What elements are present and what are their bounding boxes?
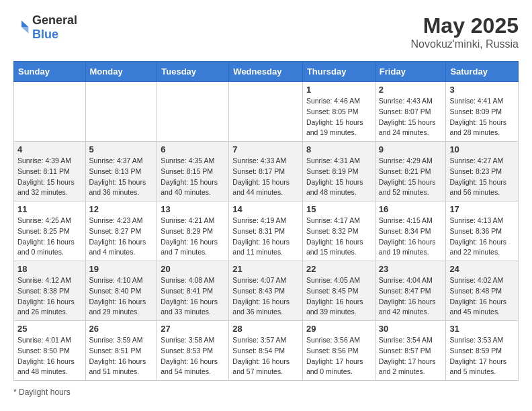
day-header-saturday: Saturday	[446, 62, 519, 82]
logo-icon	[13, 19, 30, 36]
day-number: 19	[89, 264, 154, 274]
day-info: Sunrise: 4:39 AMSunset: 8:11 PMDaylight:…	[17, 156, 82, 198]
day-number: 22	[306, 264, 371, 274]
day-number: 28	[232, 324, 299, 334]
day-info: Sunrise: 4:31 AMSunset: 8:19 PMDaylight:…	[306, 156, 371, 198]
calendar-cell: 19Sunrise: 4:10 AMSunset: 8:40 PMDayligh…	[85, 261, 157, 321]
title-area: May 2025 Novokuz'minki, Russia	[411, 13, 519, 50]
day-number: 20	[161, 264, 225, 274]
day-number: 13	[161, 204, 225, 214]
day-number: 12	[89, 204, 154, 214]
day-info: Sunrise: 3:56 AMSunset: 8:56 PMDaylight:…	[306, 335, 371, 377]
calendar-cell: 14Sunrise: 4:19 AMSunset: 8:31 PMDayligh…	[229, 201, 303, 261]
day-number: 17	[449, 204, 515, 214]
day-info: Sunrise: 3:57 AMSunset: 8:54 PMDaylight:…	[232, 335, 299, 377]
calendar-cell: 24Sunrise: 4:02 AMSunset: 8:48 PMDayligh…	[446, 261, 519, 321]
calendar-cell: 5Sunrise: 4:37 AMSunset: 8:13 PMDaylight…	[85, 142, 157, 201]
header: General Blue May 2025 Novokuz'minki, Rus…	[13, 13, 519, 50]
day-info: Sunrise: 4:17 AMSunset: 8:32 PMDaylight:…	[306, 216, 371, 258]
day-number: 14	[232, 204, 299, 214]
calendar-cell: 4Sunrise: 4:39 AMSunset: 8:11 PMDaylight…	[14, 142, 86, 201]
footer-note: * Daylight hours	[13, 387, 519, 397]
day-number: 23	[379, 264, 443, 274]
calendar-cell: 3Sunrise: 4:41 AMSunset: 8:09 PMDaylight…	[446, 82, 519, 142]
subtitle: Novokuz'minki, Russia	[411, 38, 519, 50]
calendar-cell	[229, 82, 303, 142]
day-info: Sunrise: 4:33 AMSunset: 8:17 PMDaylight:…	[232, 156, 299, 198]
day-number: 18	[17, 264, 82, 274]
day-header-thursday: Thursday	[302, 62, 375, 82]
day-info: Sunrise: 4:04 AMSunset: 8:47 PMDaylight:…	[379, 275, 443, 318]
calendar-cell: 15Sunrise: 4:17 AMSunset: 8:32 PMDayligh…	[302, 201, 375, 261]
day-info: Sunrise: 3:58 AMSunset: 8:53 PMDaylight:…	[161, 335, 225, 377]
calendar-cell: 21Sunrise: 4:07 AMSunset: 8:43 PMDayligh…	[229, 261, 303, 321]
calendar-cell: 10Sunrise: 4:27 AMSunset: 8:23 PMDayligh…	[446, 142, 519, 201]
day-info: Sunrise: 3:59 AMSunset: 8:51 PMDaylight:…	[89, 335, 154, 377]
logo-general: General	[32, 13, 77, 27]
calendar-cell: 18Sunrise: 4:12 AMSunset: 8:38 PMDayligh…	[14, 261, 86, 321]
day-number: 26	[89, 324, 154, 334]
day-header-tuesday: Tuesday	[157, 62, 229, 82]
day-info: Sunrise: 4:15 AMSunset: 8:34 PMDaylight:…	[379, 216, 443, 258]
day-info: Sunrise: 4:25 AMSunset: 8:25 PMDaylight:…	[17, 216, 82, 258]
svg-marker-0	[21, 21, 28, 28]
day-number: 24	[449, 264, 515, 274]
day-number: 15	[306, 204, 371, 214]
calendar-cell: 23Sunrise: 4:04 AMSunset: 8:47 PMDayligh…	[375, 261, 446, 321]
day-info: Sunrise: 4:01 AMSunset: 8:50 PMDaylight:…	[17, 335, 82, 377]
svg-marker-1	[21, 27, 28, 34]
day-info: Sunrise: 4:02 AMSunset: 8:48 PMDaylight:…	[449, 275, 515, 318]
day-info: Sunrise: 4:10 AMSunset: 8:40 PMDaylight:…	[89, 275, 154, 318]
calendar-cell: 6Sunrise: 4:35 AMSunset: 8:15 PMDaylight…	[157, 142, 229, 201]
calendar-cell: 1Sunrise: 4:46 AMSunset: 8:05 PMDaylight…	[302, 82, 375, 142]
day-info: Sunrise: 4:43 AMSunset: 8:07 PMDaylight:…	[379, 96, 443, 138]
logo: General Blue	[13, 13, 77, 42]
calendar-cell: 31Sunrise: 3:53 AMSunset: 8:59 PMDayligh…	[446, 321, 519, 381]
calendar-cell: 27Sunrise: 3:58 AMSunset: 8:53 PMDayligh…	[157, 321, 229, 381]
day-number: 3	[449, 85, 515, 95]
calendar-cell	[157, 82, 229, 142]
week-row-3: 18Sunrise: 4:12 AMSunset: 8:38 PMDayligh…	[14, 261, 519, 321]
day-info: Sunrise: 4:29 AMSunset: 8:21 PMDaylight:…	[379, 156, 443, 198]
week-row-2: 11Sunrise: 4:25 AMSunset: 8:25 PMDayligh…	[14, 201, 519, 261]
calendar-cell: 25Sunrise: 4:01 AMSunset: 8:50 PMDayligh…	[14, 321, 86, 381]
calendar-cell: 20Sunrise: 4:08 AMSunset: 8:41 PMDayligh…	[157, 261, 229, 321]
day-number: 1	[306, 85, 371, 95]
day-info: Sunrise: 4:23 AMSunset: 8:27 PMDaylight:…	[89, 216, 154, 258]
calendar-cell: 12Sunrise: 4:23 AMSunset: 8:27 PMDayligh…	[85, 201, 157, 261]
day-number: 8	[306, 144, 371, 154]
day-info: Sunrise: 4:21 AMSunset: 8:29 PMDaylight:…	[161, 216, 225, 258]
week-row-1: 4Sunrise: 4:39 AMSunset: 8:11 PMDaylight…	[14, 142, 519, 201]
calendar-cell	[14, 82, 86, 142]
calendar-table: SundayMondayTuesdayWednesdayThursdayFrid…	[13, 61, 519, 381]
day-number: 5	[89, 144, 154, 154]
day-number: 21	[232, 264, 299, 274]
day-header-wednesday: Wednesday	[229, 62, 303, 82]
footer-note-text: Daylight hours	[19, 387, 71, 397]
day-number: 4	[17, 144, 82, 154]
calendar-cell: 26Sunrise: 3:59 AMSunset: 8:51 PMDayligh…	[85, 321, 157, 381]
day-number: 27	[161, 324, 225, 334]
day-info: Sunrise: 4:35 AMSunset: 8:15 PMDaylight:…	[161, 156, 225, 198]
calendar-cell: 8Sunrise: 4:31 AMSunset: 8:19 PMDaylight…	[302, 142, 375, 201]
day-number: 10	[449, 144, 515, 154]
day-header-sunday: Sunday	[14, 62, 86, 82]
calendar-cell: 17Sunrise: 4:13 AMSunset: 8:36 PMDayligh…	[446, 201, 519, 261]
day-number: 2	[379, 85, 443, 95]
day-number: 9	[379, 144, 443, 154]
day-info: Sunrise: 4:12 AMSunset: 8:38 PMDaylight:…	[17, 275, 82, 318]
calendar-cell: 7Sunrise: 4:33 AMSunset: 8:17 PMDaylight…	[229, 142, 303, 201]
calendar-cell: 30Sunrise: 3:54 AMSunset: 8:57 PMDayligh…	[375, 321, 446, 381]
day-info: Sunrise: 3:53 AMSunset: 8:59 PMDaylight:…	[449, 335, 515, 377]
days-header-row: SundayMondayTuesdayWednesdayThursdayFrid…	[14, 62, 519, 82]
day-number: 16	[379, 204, 443, 214]
day-info: Sunrise: 4:27 AMSunset: 8:23 PMDaylight:…	[449, 156, 515, 198]
day-info: Sunrise: 4:05 AMSunset: 8:45 PMDaylight:…	[306, 275, 371, 318]
calendar-cell: 9Sunrise: 4:29 AMSunset: 8:21 PMDaylight…	[375, 142, 446, 201]
day-info: Sunrise: 4:07 AMSunset: 8:43 PMDaylight:…	[232, 275, 299, 318]
day-info: Sunrise: 4:19 AMSunset: 8:31 PMDaylight:…	[232, 216, 299, 258]
day-info: Sunrise: 3:54 AMSunset: 8:57 PMDaylight:…	[379, 335, 443, 377]
day-header-friday: Friday	[375, 62, 446, 82]
calendar-cell: 2Sunrise: 4:43 AMSunset: 8:07 PMDaylight…	[375, 82, 446, 142]
day-header-monday: Monday	[85, 62, 157, 82]
